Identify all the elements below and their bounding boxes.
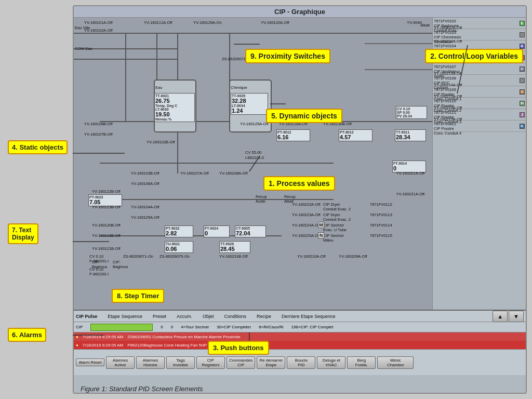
pt9013-label: PT-9013 bbox=[340, 130, 371, 134]
seq-green-bar bbox=[90, 324, 153, 331]
indicator-b-3: B bbox=[520, 44, 525, 49]
pt9023-label: PT-9023 bbox=[89, 195, 121, 199]
alarm-bullet-1: ● bbox=[76, 335, 78, 339]
alarmes-active-button[interactable]: AlarmesActive bbox=[106, 356, 135, 369]
callout-dynamic: 5. Dynamic objects bbox=[266, 109, 342, 123]
alarm-time-2: 7/18/2019 8:29:05 AM bbox=[83, 343, 123, 348]
pt9022-value: 2.82 bbox=[166, 230, 192, 236]
seq-0-2: 0 bbox=[171, 325, 173, 329]
cip-bag2: CIP:Baghous bbox=[113, 260, 128, 269]
mimic-chamber-button[interactable]: MimicChamber bbox=[377, 356, 414, 369]
preset-label: Preset bbox=[153, 314, 166, 319]
commandes-cip-button[interactable]: CommandesCIP bbox=[227, 356, 255, 369]
bottom-section: CIP Pulse Etape Sequence Preset Accum. O… bbox=[74, 310, 526, 393]
lt9034-value: 1.24 bbox=[232, 108, 267, 114]
recipe-label: Recipe bbox=[257, 314, 271, 319]
re-demarrer-button[interactable]: Re demarrerEtape bbox=[257, 356, 285, 369]
berg-foidia-button[interactable]: BergFoidia. bbox=[347, 356, 376, 369]
yv-120a: YV-160120A-Off bbox=[261, 20, 289, 25]
recup-acide: RecupAcide bbox=[256, 194, 267, 204]
n-label: N bbox=[318, 232, 324, 238]
yv-101a: YV-160101A-Off bbox=[84, 20, 112, 25]
indicator-d-5: D bbox=[520, 66, 525, 72]
yv-231b: YV-160231B-Off bbox=[219, 254, 247, 259]
yv-222a: YV-160222A-Off bbox=[292, 202, 320, 207]
yv-108a-2: YV-160108A-Off bbox=[219, 171, 247, 176]
tt9031-label: TT-9031 bbox=[155, 94, 194, 98]
pt9012-label: PT-9012 bbox=[277, 130, 309, 134]
tags-invisible-button[interactable]: TagsInvisible bbox=[166, 356, 195, 369]
cv-label: CV 0.10 bbox=[397, 107, 426, 111]
yv-223a: YV-160223A-Off bbox=[292, 212, 320, 217]
alarm-msg-1: ZS86209052 Contacteur Preuve en Marche A… bbox=[127, 335, 240, 339]
accum-label: Accum. bbox=[177, 314, 192, 319]
callout-proximity: 9. Proximity Switches bbox=[245, 49, 330, 63]
callout-process-values: 1. Process values bbox=[263, 176, 335, 191]
yv-209a: YV-160209A-Off bbox=[339, 254, 367, 259]
fv114: 7671FV0114 bbox=[370, 223, 392, 228]
callout-push-buttons: 3. Push buttons bbox=[208, 341, 269, 355]
ft9024-label: FT-9024 bbox=[205, 227, 229, 230]
alarm-row-2: ● 7/18/2019 8:29:05 AM P862120Baghouse C… bbox=[74, 341, 526, 349]
callout-step-timer: 8. Step Timer bbox=[112, 289, 164, 303]
callout-control-loop: 2. Control Loop Variables bbox=[425, 49, 523, 63]
yv-125a: YV-160125A-Off bbox=[240, 122, 268, 126]
tt9026-value: 28.45 bbox=[220, 246, 249, 252]
window-title: CIP - Graphique bbox=[74, 6, 526, 18]
seq-completer: 30=CIP Completer bbox=[217, 325, 251, 329]
tu9021-label: TU-9021 bbox=[166, 242, 192, 246]
alarm-bullet-2: ● bbox=[76, 343, 78, 348]
nav-up-button[interactable]: ▲ bbox=[493, 311, 508, 322]
yv-221a: YV-160221A-Off bbox=[396, 192, 424, 196]
label-eau: Eau bbox=[155, 85, 162, 90]
cip-bag1: CIP:Baghous bbox=[92, 260, 108, 269]
zs-71on: ZS-86209071-On bbox=[123, 254, 153, 259]
recup-alkali: RecupAlkali bbox=[284, 194, 296, 204]
boucle-pid-button[interactable]: BouclePID bbox=[287, 356, 315, 369]
yv-107b: YV-160107B-Off bbox=[84, 132, 112, 137]
pt9013-value: 4.57 bbox=[340, 134, 371, 140]
sequence-bar: CIP Pulse Etape Sequence Preset Accum. O… bbox=[74, 311, 526, 322]
yv-210a: YV-160210A-Off bbox=[297, 254, 325, 259]
yv-121b: YV-160121B-Off bbox=[92, 246, 120, 251]
tt9031-display: TT-9031 26.75 Temp. Deg C LT-9030 19.50 … bbox=[154, 93, 195, 122]
cip-registers-button[interactable]: CIPRegisters bbox=[196, 356, 225, 369]
label-chimique: Chimique bbox=[231, 85, 247, 90]
yv-103b: YV-160103B-Off bbox=[131, 171, 159, 176]
alarm-row-1: ● 7/18/2019 8:29:05 AM ZS86209052 Contac… bbox=[74, 332, 526, 341]
yv-123b: YV-160123B-Off bbox=[92, 205, 120, 209]
cip-sechoir-2: CIP SechoirMilieu bbox=[323, 233, 365, 243]
indicator-2 bbox=[520, 32, 525, 37]
derniere-label: Derniere Etape Sequence bbox=[282, 314, 336, 319]
cv-5500: CV 55.00 bbox=[245, 150, 261, 155]
objet-label: Objet bbox=[203, 314, 214, 319]
button-bar: Alarm Reset AlarmesActive AlarmesHistoir… bbox=[74, 349, 526, 375]
pt9013-display: PT-9013 4.57 bbox=[339, 129, 373, 141]
pt9022-display: PT-9022 2.82 bbox=[165, 225, 193, 237]
yv-108b: YV-160108B-Off bbox=[84, 122, 112, 126]
ft9024-display: FT-9024 0 bbox=[204, 225, 230, 237]
tt9035-value: 32.28 bbox=[232, 98, 267, 104]
nav-down-button[interactable]: ▼ bbox=[509, 311, 524, 322]
alarmes-histoire-button[interactable]: AlarmesHistoire bbox=[136, 356, 165, 369]
ft9014-label: FT-9014 bbox=[393, 162, 425, 165]
tt9026-display: TT-9026 28.45 bbox=[219, 241, 250, 253]
ft9024-value: 0 bbox=[205, 230, 229, 236]
deluge-hvac-button[interactable]: Deluge etHVAC bbox=[317, 356, 345, 369]
callout-static-objects: 4. Static objects bbox=[8, 140, 68, 154]
indicator-e-1: E bbox=[520, 21, 525, 26]
alarm-reset-button[interactable]: Alarm Reset bbox=[76, 358, 104, 366]
yv-126a: YV-160126A-On bbox=[193, 20, 222, 25]
conditions-label: Conditions bbox=[224, 314, 246, 319]
pt9012-display: PT-9012 6.16 bbox=[276, 129, 310, 141]
tt9011-label: TT-9011 bbox=[396, 130, 425, 134]
right-label-10: YY-160215A-Off7671FV0811CIP PoudreConv. … bbox=[434, 117, 518, 136]
indicator-6 bbox=[520, 78, 525, 83]
cip-dryer-1: CIP DryerConduit Evac. 2 bbox=[323, 202, 365, 211]
niveau-desc: Niveau % bbox=[155, 117, 194, 121]
tt9011-value: 28.34 bbox=[396, 134, 425, 140]
label-cow-eau: COW Eau bbox=[75, 46, 92, 51]
tu9021-display: TU-9021 0.06 bbox=[165, 241, 193, 253]
lt9034-label: LT-9034 bbox=[232, 104, 267, 108]
cip-label: CIP Pulse bbox=[76, 314, 97, 319]
